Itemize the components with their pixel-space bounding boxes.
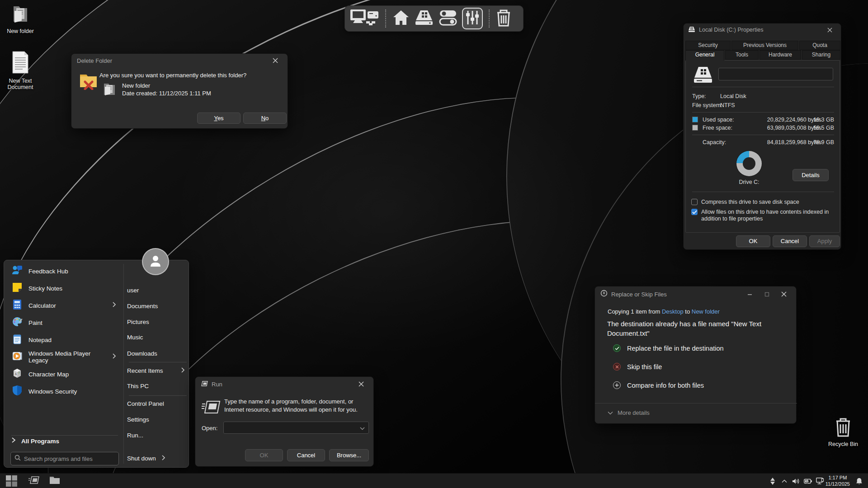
volume-icon[interactable] xyxy=(790,474,802,488)
tab-previous-versions[interactable]: Previous Versions xyxy=(731,41,798,50)
dock-trash-button[interactable] xyxy=(495,8,512,29)
more-details-toggle[interactable]: More details xyxy=(608,409,650,416)
start-menu-item-label: Calculator xyxy=(28,302,56,309)
drive-small-icon xyxy=(688,26,695,34)
start-menu-control-panel[interactable]: Control Panel xyxy=(127,397,187,410)
run-message: Type the name of a program, folder, docu… xyxy=(224,398,370,414)
no-button[interactable]: No xyxy=(243,113,287,124)
taskbar-clock[interactable]: 1:17 PM 11/12/2025 xyxy=(826,475,850,487)
tray-expand-chevron[interactable] xyxy=(779,474,789,488)
user-avatar[interactable] xyxy=(142,248,169,275)
cancel-button[interactable]: Cancel xyxy=(773,235,807,247)
delete-folder-icon xyxy=(79,72,99,92)
taskbar-run-button[interactable] xyxy=(26,474,42,488)
desktop-icon-new-folder[interactable]: New folder xyxy=(1,4,40,34)
details-button[interactable]: Details xyxy=(793,169,829,181)
desktop: New folder New Text Document Recycle Bin xyxy=(0,0,868,488)
tab-general[interactable]: General xyxy=(685,50,724,61)
tab-quota[interactable]: Quota xyxy=(799,41,840,50)
computer-icon xyxy=(349,8,379,29)
start-menu-recent-items[interactable]: Recent Items xyxy=(127,364,187,377)
shield-icon xyxy=(11,385,23,398)
used-space-bytes: 20,829,224,960 bytes xyxy=(745,117,821,123)
start-menu-item-wmp-legacy[interactable]: Windows Media Player Legacy xyxy=(8,348,121,366)
dock-mixer-button[interactable] xyxy=(462,8,483,29)
start-button[interactable] xyxy=(4,474,19,488)
skip-option[interactable]: Skip this file xyxy=(613,363,662,371)
index-checkbox[interactable] xyxy=(691,209,698,215)
start-menu-music[interactable]: Music xyxy=(127,330,187,344)
person-icon xyxy=(148,253,163,270)
start-menu-pictures[interactable]: Pictures xyxy=(127,315,187,328)
start-menu-item-notepad[interactable]: Notepad xyxy=(8,331,121,348)
desktop-icon-label: New folder xyxy=(1,28,40,34)
ok-button[interactable]: OK xyxy=(245,449,283,461)
dock-toggles-button[interactable] xyxy=(438,9,458,28)
close-icon[interactable] xyxy=(823,24,836,35)
start-menu-item-sticky-notes[interactable]: Sticky Notes xyxy=(8,280,121,297)
start-menu-user-link[interactable]: user xyxy=(127,283,187,297)
chevron-down-icon xyxy=(360,424,365,432)
minimize-icon[interactable] xyxy=(743,289,756,300)
copy-dest-link[interactable]: New folder xyxy=(692,308,720,315)
compress-checkbox[interactable] xyxy=(691,199,698,205)
start-menu-separator xyxy=(129,362,187,362)
close-icon[interactable] xyxy=(354,379,368,389)
start-menu-this-pc[interactable]: This PC xyxy=(127,379,187,393)
start-menu-item-paint[interactable]: Paint xyxy=(8,314,121,331)
maximize-icon[interactable] xyxy=(760,289,774,300)
separator xyxy=(692,135,834,135)
start-menu-search[interactable] xyxy=(10,452,119,465)
yes-button[interactable]: Yes xyxy=(197,113,241,124)
clock-time: 1:17 PM xyxy=(826,475,850,481)
character-map-icon: λ? xyxy=(11,367,23,381)
browse-button[interactable]: Browse... xyxy=(329,449,369,461)
start-menu-separator xyxy=(129,395,187,396)
run-dialog: Run Type the name of a program, folder, … xyxy=(195,376,374,467)
submenu-chevron-icon xyxy=(181,367,185,375)
taskbar-explorer-button[interactable] xyxy=(47,474,62,488)
close-icon[interactable] xyxy=(269,55,282,66)
search-input[interactable] xyxy=(24,455,115,462)
open-combobox[interactable] xyxy=(223,422,369,434)
tab-hardware[interactable]: Hardware xyxy=(760,50,801,60)
compare-option[interactable]: Compare info for both files xyxy=(613,381,704,389)
tray-scroll-arrows[interactable] xyxy=(769,474,777,488)
start-menu-item-character-map[interactable]: λ? Character Map xyxy=(8,366,121,383)
start-menu-item-feedback-hub[interactable]: Feedback Hub xyxy=(8,263,121,280)
toggles-icon xyxy=(438,9,458,28)
notifications-bell-icon[interactable] xyxy=(853,474,865,488)
start-menu-documents[interactable]: Documents xyxy=(127,299,187,313)
replace-option[interactable]: Replace the file in the destination xyxy=(613,344,724,352)
dock-drive-button[interactable] xyxy=(414,9,434,28)
start-menu-run[interactable]: Run... xyxy=(127,428,187,442)
apply-button[interactable]: Apply xyxy=(809,235,840,247)
network-icon[interactable] xyxy=(814,474,826,488)
start-menu-item-calculator[interactable]: Calculator xyxy=(8,297,121,314)
start-menu-item-windows-security[interactable]: Windows Security xyxy=(8,383,121,400)
dock-this-pc-button[interactable] xyxy=(349,8,379,29)
feedback-hub-icon xyxy=(11,264,23,278)
tab-sharing[interactable]: Sharing xyxy=(802,50,840,60)
dock-separator xyxy=(489,9,490,28)
start-menu-all-programs[interactable]: All Programs xyxy=(8,434,121,448)
desktop-icon-new-text-document[interactable]: New Text Document xyxy=(1,51,40,90)
dock-home-button[interactable] xyxy=(392,9,410,28)
start-menu-downloads[interactable]: Downloads xyxy=(127,347,187,360)
start-menu-shut-down[interactable]: Shut down xyxy=(127,451,187,465)
close-icon[interactable] xyxy=(777,289,791,300)
desktop-icon-recycle-bin[interactable]: Recycle Bin xyxy=(824,416,863,447)
tab-security[interactable]: Security xyxy=(685,41,731,50)
start-menu-settings[interactable]: Settings xyxy=(127,413,187,426)
ok-button[interactable]: OK xyxy=(736,235,770,247)
copy-prefix: Copying 1 item from xyxy=(608,308,660,315)
battery-icon[interactable] xyxy=(802,474,814,488)
copy-source-link[interactable]: Desktop xyxy=(662,308,684,315)
submenu-chevron-icon xyxy=(161,455,165,462)
fs-value: NTFS xyxy=(720,102,735,108)
home-icon xyxy=(392,9,410,28)
delete-message: Are you sure you want to permanently del… xyxy=(99,72,246,79)
cancel-button[interactable]: Cancel xyxy=(287,449,325,461)
volume-label-input[interactable] xyxy=(718,68,833,80)
tab-tools[interactable]: Tools xyxy=(725,50,759,60)
